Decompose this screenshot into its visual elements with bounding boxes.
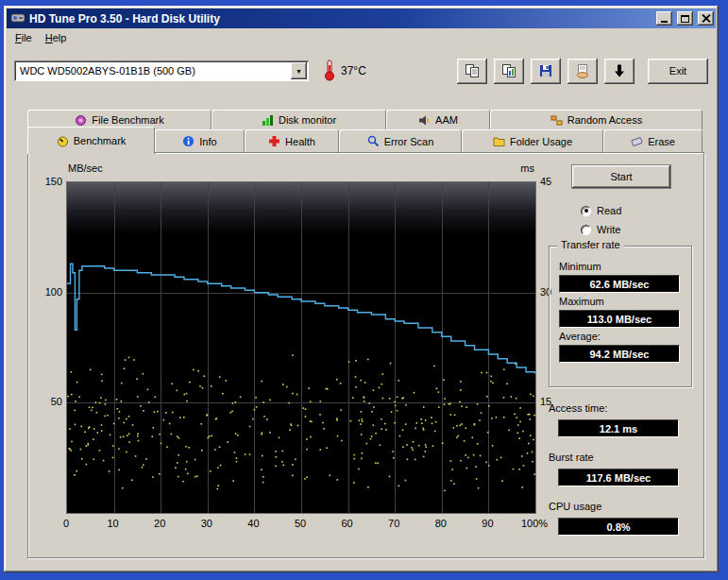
access-time-dot xyxy=(416,422,418,424)
access-time-dot xyxy=(487,432,489,434)
drive-selector[interactable]: WDC WD5002ABYS-01B1B (500 GB) ▼ xyxy=(14,60,309,81)
copy-text-button[interactable] xyxy=(457,59,487,84)
close-button[interactable] xyxy=(698,11,714,26)
access-time-dot xyxy=(533,473,535,475)
access-time-dot xyxy=(362,420,364,422)
access-time-dot xyxy=(517,433,519,435)
access-time-dot xyxy=(286,386,288,388)
save-button[interactable] xyxy=(531,59,561,84)
access-time-dot xyxy=(329,475,330,477)
access-time-dot xyxy=(210,470,212,472)
access-time-dot xyxy=(105,403,107,405)
access-time-dot xyxy=(263,416,265,418)
access-time-dot xyxy=(138,440,140,442)
menu-file[interactable]: File xyxy=(8,29,39,46)
file-benchmark-icon xyxy=(75,114,87,127)
access-time-dot xyxy=(220,465,222,467)
access-time-dot xyxy=(282,384,284,385)
access-time-dot xyxy=(501,480,503,482)
tab-benchmark[interactable]: Benchmark xyxy=(27,127,155,154)
access-time-dot xyxy=(171,434,173,435)
access-time-dot xyxy=(480,455,482,457)
tab-folder-usage[interactable]: Folder Usage xyxy=(462,129,603,152)
tab-label: Error Scan xyxy=(384,136,434,147)
read-radio[interactable]: Read xyxy=(581,204,621,217)
copy-pages-icon xyxy=(465,63,480,78)
access-time-dot xyxy=(474,424,476,426)
access-time-dot xyxy=(305,408,307,410)
access-time-dot xyxy=(503,368,505,370)
access-time-dot xyxy=(348,361,350,363)
access-time-dot xyxy=(488,405,490,407)
exit-button[interactable]: Exit xyxy=(648,59,708,84)
access-time-dot xyxy=(473,454,475,456)
access-time-dot xyxy=(292,393,294,395)
minimize-button[interactable] xyxy=(656,11,672,26)
access-time-dot xyxy=(232,402,234,404)
access-time-dot xyxy=(514,414,516,416)
access-time-dot xyxy=(399,435,401,437)
access-time-dot xyxy=(397,396,398,398)
access-time-dot xyxy=(442,442,444,444)
access-time-dot xyxy=(121,401,123,402)
maximize-button[interactable] xyxy=(677,11,693,26)
access-time-dot xyxy=(154,411,156,413)
scroll-down-button[interactable] xyxy=(604,59,635,84)
access-time-dot xyxy=(500,457,502,459)
access-time-dot xyxy=(444,403,446,405)
y-axis-left-tick: 150 xyxy=(38,176,62,187)
tab-disk-monitor[interactable]: Disk monitor xyxy=(212,110,386,129)
access-time-dot xyxy=(485,462,487,464)
access-time-dot xyxy=(415,428,416,430)
access-time-dot xyxy=(75,401,76,402)
access-time-dot xyxy=(80,449,82,451)
menu-bar: File Help xyxy=(7,28,716,47)
tab-info[interactable]: Info xyxy=(155,129,245,152)
access-time-dot xyxy=(393,457,395,459)
access-time-dot xyxy=(118,469,120,471)
access-time-dot xyxy=(177,390,178,392)
title-bar[interactable]: HD Tune Pro 3.50 - Hard Disk Utility xyxy=(7,9,716,28)
access-time-dot xyxy=(195,476,196,478)
chevron-down-icon[interactable]: ▼ xyxy=(291,62,307,79)
options-button[interactable] xyxy=(567,59,598,84)
access-time-dot xyxy=(361,458,363,460)
access-time-dot xyxy=(508,430,510,432)
access-time-dot xyxy=(186,393,188,395)
access-time-dot xyxy=(125,359,127,361)
access-time-dot xyxy=(296,394,298,396)
access-time-dot xyxy=(211,385,212,387)
access-time-dot xyxy=(481,372,483,374)
access-time-dot xyxy=(214,449,216,451)
access-time-dot xyxy=(292,475,294,477)
access-time-dot xyxy=(359,419,361,421)
tab-aam[interactable]: AAM xyxy=(386,110,490,129)
copy-image-button[interactable] xyxy=(494,59,524,84)
access-time-dot xyxy=(306,438,308,440)
access-time-dot xyxy=(420,418,422,420)
hand-icon xyxy=(575,63,590,78)
access-time-dot xyxy=(392,451,394,452)
access-time-dot xyxy=(101,381,103,383)
write-radio[interactable]: Write xyxy=(581,223,620,236)
access-time-dot xyxy=(305,416,307,418)
access-time-dot xyxy=(355,386,357,388)
tab-error-scan[interactable]: Error Scan xyxy=(339,129,462,152)
write-radio-label: Write xyxy=(597,224,620,235)
access-time-dot xyxy=(533,396,534,398)
access-time-dot xyxy=(358,469,360,470)
access-time-dot xyxy=(86,464,88,466)
menu-help[interactable]: Help xyxy=(39,29,74,46)
start-button[interactable]: Start xyxy=(571,164,671,189)
access-time-dot xyxy=(486,396,488,398)
access-time-dot xyxy=(90,369,92,371)
access-time-dot xyxy=(336,479,338,481)
tab-health[interactable]: Health xyxy=(245,129,339,152)
access-time-dot xyxy=(438,391,440,393)
access-time-dot xyxy=(394,401,396,403)
access-time-dot xyxy=(414,392,415,394)
access-time-dot xyxy=(336,418,338,419)
tab-random-access[interactable]: Random Access xyxy=(490,110,703,129)
access-time-dot xyxy=(467,457,469,459)
tab-erase[interactable]: Erase xyxy=(603,129,703,152)
